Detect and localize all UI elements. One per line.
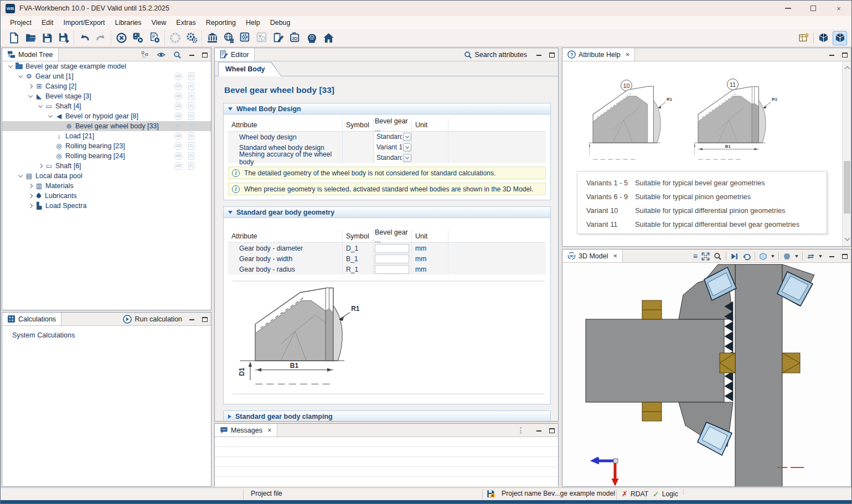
dropdown-arrow-icon[interactable] (403, 154, 411, 162)
shading-icon[interactable] (783, 252, 791, 261)
search-icon[interactable] (173, 51, 182, 59)
variant-calculation-icon[interactable] (255, 31, 269, 45)
3d-badge-icon[interactable]: 3D (174, 82, 182, 90)
database-bank-icon[interactable] (205, 31, 219, 45)
gear-calculation-icon[interactable] (184, 31, 199, 45)
home-icon[interactable] (321, 31, 335, 45)
wheel-body-design-dropdown[interactable]: Standard w (375, 132, 411, 142)
attribute-help-tab[interactable]: ? Attribute Help × (562, 48, 635, 61)
system-calculations-item[interactable]: System Calculations (2, 326, 211, 339)
report-badge-icon[interactable]: R (188, 92, 194, 100)
tree-item-gear-unit[interactable]: ⚙Gear unit [1]3DR (2, 71, 211, 81)
dropdown-arrow-icon[interactable] (795, 255, 798, 258)
model-tree-tab[interactable]: Model Tree (2, 48, 59, 61)
report-badge-icon[interactable]: R (188, 72, 194, 80)
minimize-button[interactable] (775, 1, 801, 16)
undo-icon[interactable] (77, 31, 91, 45)
panel-minimize-icon[interactable] (189, 52, 194, 56)
rolling-bearing-icon[interactable] (168, 31, 182, 45)
section-standard-gear-body-clamping[interactable]: Standard gear body clamping (223, 411, 551, 420)
model-settings-icon[interactable] (238, 31, 252, 45)
tree-item-materials[interactable]: ▥Materials (2, 181, 211, 191)
dropdown-arrow-icon[interactable] (403, 133, 411, 141)
dropdown-arrow-icon[interactable] (771, 255, 774, 258)
close-tab-icon[interactable]: × (613, 252, 618, 260)
3d-badge-icon[interactable]: 3D (174, 102, 182, 110)
tree-item-wheel-body[interactable]: ⊛Bevel gear wheel body [33]3DR (2, 121, 211, 131)
panel-maximize-icon[interactable] (202, 317, 208, 322)
tree-item-local-data-pool[interactable]: ▤Local data pool (2, 171, 211, 181)
tree-item-rolling-bearing-24[interactable]: ◎Rolling bearing [24]3DR (2, 151, 211, 161)
tree-item-model-root[interactable]: Bevel gear stage example model (2, 61, 211, 71)
menu-debug[interactable]: Debug (265, 17, 296, 28)
report-badge-icon[interactable]: R (188, 162, 194, 170)
scroll-up-icon[interactable] (844, 65, 850, 70)
web-database-icon[interactable] (221, 31, 236, 45)
panel-minimize-icon[interactable] (536, 52, 541, 56)
run-calculation-button[interactable]: Run calculation (123, 313, 182, 326)
meshing-accuracy-dropdown[interactable]: Standard (375, 153, 411, 163)
calculations-tab[interactable]: Calculations (2, 313, 61, 325)
menu-help[interactable]: Help (241, 17, 265, 28)
gear-body-radius-input[interactable] (375, 265, 409, 274)
panel-maximize-icon[interactable] (842, 254, 848, 259)
animate-icon[interactable] (730, 252, 739, 261)
tree-item-casing[interactable]: ⊞Casing [2]3DR (2, 81, 211, 91)
menu-import-export[interactable]: Import/Export (58, 17, 110, 28)
3d-badge-icon[interactable]: 3D (174, 152, 182, 160)
tree-item-lubricants[interactable]: Lubricants (2, 191, 211, 201)
report-badge-icon[interactable]: R (188, 122, 194, 130)
3d-viewport[interactable] (562, 263, 851, 486)
tree-item-rolling-bearing-23[interactable]: ◎Rolling bearing [23]3DR (2, 141, 211, 151)
3d-badge-icon[interactable]: 3D (174, 122, 182, 130)
3d-view-icon[interactable] (816, 31, 830, 45)
maximize-button[interactable] (801, 1, 826, 16)
gear-body-width-input[interactable] (375, 254, 409, 263)
tree-item-load[interactable]: ↓Load [21]3DR (2, 131, 211, 141)
report-badge-icon[interactable]: R (188, 82, 194, 90)
report-badge-icon[interactable]: R (188, 142, 194, 150)
sync-tree-icon[interactable] (141, 51, 149, 59)
eye-icon[interactable] (157, 50, 166, 59)
redo-icon[interactable] (94, 31, 108, 45)
model-list-icon[interactable]: ≡ (693, 252, 698, 261)
menu-edit[interactable]: Edit (37, 17, 59, 28)
3d-badge-icon[interactable]: 3D (174, 72, 182, 80)
3d-view-active-icon[interactable] (833, 31, 847, 45)
tree-item-shaft-6[interactable]: ▭Shaft [6]3DR (2, 161, 211, 171)
transparency-icon[interactable] (759, 252, 767, 261)
panel-maximize-icon[interactable] (202, 53, 208, 58)
messages-tab[interactable]: Messages × (215, 424, 277, 437)
close-tab-icon[interactable]: × (626, 50, 630, 59)
section-standard-gear-body-geometry[interactable]: Standard gear body geometry (223, 206, 551, 218)
2d-view-icon[interactable]: 2D (288, 31, 302, 45)
scroll-down-icon[interactable] (844, 236, 850, 242)
dropdown-arrow-icon[interactable] (819, 255, 822, 258)
panel-minimize-icon[interactable] (189, 316, 194, 320)
menu-extras[interactable]: Extras (171, 17, 200, 28)
edit-report-icon[interactable] (271, 31, 286, 45)
panel-maximize-icon[interactable] (842, 53, 848, 58)
panel-minimize-icon[interactable] (829, 52, 834, 56)
report-badge-icon[interactable]: R (188, 152, 194, 160)
menu-view[interactable]: View (146, 17, 171, 28)
section-wheel-body-design[interactable]: Wheel Body Design (223, 103, 551, 115)
menu-libraries[interactable]: Libraries (110, 17, 146, 28)
vertical-scrollbar[interactable] (842, 61, 851, 246)
tree-item-load-spectra[interactable]: ▙Load Spectra (2, 201, 211, 211)
report-badge-icon[interactable]: R (188, 112, 194, 120)
rotate-icon[interactable] (742, 252, 751, 261)
scrollbar-thumb[interactable] (844, 161, 850, 214)
refresh-model-icon[interactable] (807, 252, 815, 261)
save-icon[interactable] (40, 31, 54, 45)
close-button[interactable]: × (826, 1, 851, 16)
panel-minimize-icon[interactable] (829, 253, 834, 257)
menu-project[interactable]: Project (5, 17, 37, 28)
tree-item-bevel-stage[interactable]: ◣Bevel stage [3]3DR (2, 91, 211, 101)
3d-badge-icon[interactable]: 3D (174, 92, 182, 100)
perspective-layout-icon[interactable] (797, 31, 811, 45)
search-attributes-button[interactable]: Search attributes (464, 48, 528, 61)
save-as-icon[interactable] (56, 31, 71, 45)
report-badge-icon[interactable]: R (188, 102, 194, 110)
3d-badge-icon[interactable]: 3D (174, 162, 182, 170)
